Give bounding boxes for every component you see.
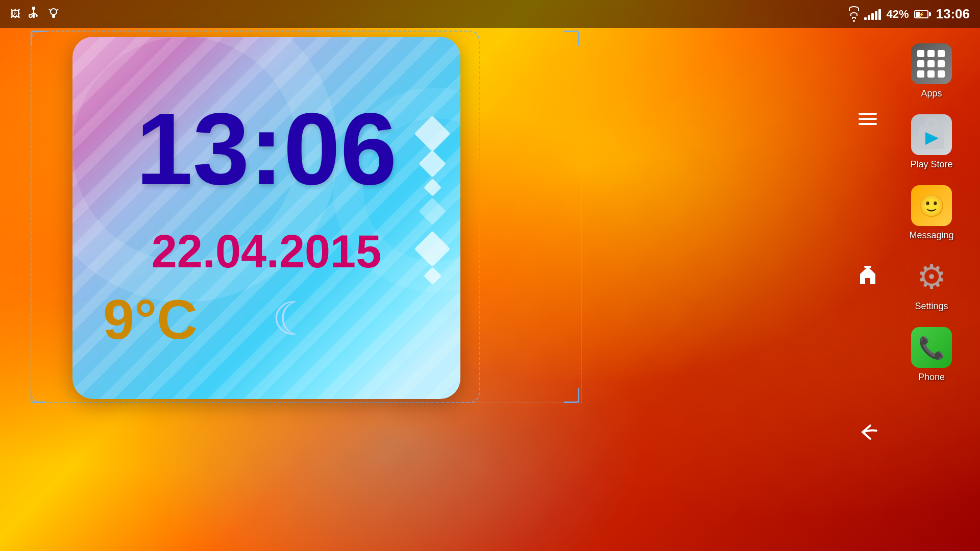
sidebar-item-phone[interactable]: 📞 Phone <box>888 319 975 390</box>
svg-point-12 <box>54 11 56 12</box>
clock-time-display: 13:06 <box>72 98 460 200</box>
battery-icon: ⚡ <box>914 10 931 18</box>
messaging-icon: 🙂 <box>911 185 952 226</box>
debug-icon <box>47 6 60 22</box>
apps-label: Apps <box>921 88 942 99</box>
status-time: 13:06 <box>936 6 970 22</box>
status-left-icons: 🖼 <box>10 6 60 22</box>
home-button[interactable] <box>855 263 880 288</box>
corner-bracket-br <box>564 388 579 403</box>
sidebar-item-messaging[interactable]: 🙂 Messaging <box>888 178 975 248</box>
weather-moon-icon: ☽ <box>272 292 313 345</box>
signal-strength-icon <box>864 9 881 20</box>
svg-point-11 <box>52 11 54 12</box>
corner-bracket-tr <box>564 31 579 46</box>
playstore-label: Play Store <box>910 159 952 170</box>
svg-rect-3 <box>32 7 35 10</box>
back-icon <box>855 419 880 445</box>
clock-temperature: 9°C <box>103 287 198 352</box>
svg-point-2 <box>36 15 38 17</box>
svg-rect-15 <box>864 266 871 268</box>
hamburger-line <box>859 113 877 115</box>
corner-bracket-tl <box>31 31 46 46</box>
status-right-icons: 42% ⚡ 13:06 <box>849 6 970 22</box>
svg-rect-8 <box>52 15 55 18</box>
usb-icon <box>28 6 39 22</box>
clock-date-display: 22.04.2015 <box>72 226 460 278</box>
hamburger-line <box>859 123 877 125</box>
right-sidebar: Apps Play Store 🙂 Messaging ⚙ Settings 📞… <box>883 0 980 551</box>
messaging-label: Messaging <box>909 230 953 241</box>
battery-percentage: 42% <box>886 8 909 21</box>
status-bar: 🖼 <box>0 0 980 28</box>
playstore-icon <box>911 114 952 155</box>
svg-line-10 <box>56 9 58 11</box>
settings-label: Settings <box>915 301 948 312</box>
photo-icon: 🖼 <box>10 8 20 20</box>
home-icon <box>855 263 880 288</box>
svg-point-7 <box>51 9 57 15</box>
clock-card: 13:06 22.04.2015 9°C ☽ <box>72 37 460 399</box>
clock-widget[interactable]: 13:06 22.04.2015 9°C ☽ <box>31 31 480 403</box>
wifi-icon <box>849 6 859 22</box>
hamburger-line <box>859 118 877 120</box>
phone-icon: 📞 <box>911 327 952 368</box>
edge-buttons <box>855 0 880 551</box>
corner-bracket-bl <box>31 388 46 403</box>
settings-icon: ⚙ <box>911 256 952 297</box>
svg-line-9 <box>49 9 51 11</box>
apps-icon <box>911 43 952 84</box>
sidebar-item-settings[interactable]: ⚙ Settings <box>888 248 975 319</box>
back-button[interactable] <box>855 419 880 445</box>
menu-button[interactable] <box>855 106 880 132</box>
phone-label: Phone <box>918 372 945 383</box>
sidebar-item-playstore[interactable]: Play Store <box>888 107 975 178</box>
sidebar-item-apps[interactable]: Apps <box>888 36 975 107</box>
